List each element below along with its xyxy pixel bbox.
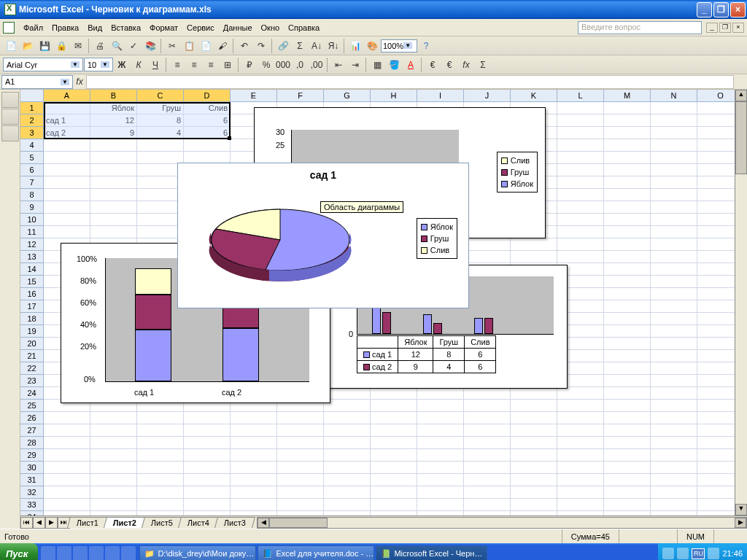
- row-header[interactable]: 6: [20, 164, 44, 176]
- cell[interactable]: сад 2: [44, 127, 90, 139]
- fx-button[interactable]: fx: [73, 77, 86, 87]
- cell[interactable]: [277, 462, 324, 474]
- cell[interactable]: [604, 300, 651, 313]
- redo-icon[interactable]: ↷: [253, 38, 269, 54]
- dec-indent-icon[interactable]: ⇤: [330, 57, 347, 73]
- align-right-icon[interactable]: ≡: [203, 57, 219, 73]
- cell[interactable]: Груш: [137, 102, 184, 114]
- cell[interactable]: [511, 424, 557, 437]
- select-all-corner[interactable]: [20, 90, 44, 101]
- cell[interactable]: [231, 462, 277, 474]
- cell[interactable]: [557, 226, 604, 238]
- cell[interactable]: [231, 474, 277, 486]
- tray-icon[interactable]: [677, 548, 689, 559]
- cell[interactable]: [511, 474, 557, 486]
- row-header[interactable]: 17: [20, 300, 44, 313]
- cell[interactable]: [604, 102, 651, 114]
- permission-icon[interactable]: 🔒: [53, 38, 69, 54]
- sort-desc-icon[interactable]: Я↓: [325, 38, 341, 54]
- cell[interactable]: [137, 412, 184, 424]
- cell[interactable]: [44, 189, 90, 201]
- cell[interactable]: [604, 214, 651, 226]
- col-header[interactable]: L: [557, 90, 604, 101]
- cell[interactable]: [604, 226, 651, 238]
- cell[interactable]: [651, 437, 697, 449]
- sheet-tab[interactable]: Лист2: [104, 517, 146, 528]
- cell[interactable]: [184, 139, 231, 152]
- cell[interactable]: [464, 387, 511, 400]
- cell[interactable]: [371, 424, 417, 437]
- cell[interactable]: [557, 114, 604, 127]
- minimize-button[interactable]: _: [697, 2, 712, 18]
- fill-color-icon[interactable]: 🪣: [386, 57, 402, 73]
- col-header[interactable]: F: [277, 90, 324, 101]
- cell[interactable]: [651, 102, 697, 114]
- cell[interactable]: [90, 462, 137, 474]
- scroll-right-icon[interactable]: ▶: [735, 518, 746, 528]
- cell[interactable]: [90, 474, 137, 486]
- sort-asc-icon[interactable]: A↓: [309, 38, 325, 54]
- cell[interactable]: [137, 462, 184, 474]
- cell[interactable]: [511, 400, 557, 412]
- percent-icon[interactable]: %: [258, 57, 274, 73]
- cell[interactable]: [417, 449, 464, 462]
- cell[interactable]: [44, 449, 90, 462]
- comma-icon[interactable]: 000: [275, 57, 291, 73]
- side-tool-2[interactable]: [1, 109, 19, 125]
- cell[interactable]: [651, 201, 697, 214]
- row-header[interactable]: 4: [20, 139, 44, 152]
- cell[interactable]: [324, 499, 371, 511]
- merge-icon[interactable]: ⊞: [220, 57, 236, 73]
- cell[interactable]: [137, 139, 184, 152]
- cell[interactable]: [231, 424, 277, 437]
- italic-icon[interactable]: К: [131, 57, 147, 73]
- cell[interactable]: [511, 387, 557, 400]
- cut-icon[interactable]: ✂: [164, 38, 180, 54]
- task-button[interactable]: 📁 D:\disk_drey\d\Мои доку…: [139, 545, 256, 561]
- cell[interactable]: [44, 176, 90, 189]
- cell[interactable]: [604, 127, 651, 139]
- cell[interactable]: [90, 176, 137, 189]
- doc-restore-button[interactable]: ❐: [719, 23, 731, 33]
- cell[interactable]: [511, 499, 557, 511]
- cell[interactable]: [557, 189, 604, 201]
- col-header[interactable]: M: [604, 90, 651, 101]
- cell[interactable]: [324, 437, 371, 449]
- side-tool-3[interactable]: [1, 125, 19, 141]
- cell[interactable]: [277, 437, 324, 449]
- cell[interactable]: [651, 313, 697, 325]
- cell[interactable]: [604, 462, 651, 474]
- cell[interactable]: 4: [137, 127, 184, 139]
- cell[interactable]: [604, 313, 651, 325]
- row-header[interactable]: 24: [20, 387, 44, 400]
- inc-indent-icon[interactable]: ⇥: [347, 57, 363, 73]
- col-header[interactable]: H: [371, 90, 417, 101]
- row-header[interactable]: 13: [20, 251, 44, 263]
- cell[interactable]: [90, 412, 137, 424]
- row-header[interactable]: 32: [20, 486, 44, 499]
- hscroll-thumb[interactable]: [269, 518, 328, 528]
- cell[interactable]: [604, 238, 651, 251]
- cell[interactable]: [651, 214, 697, 226]
- cell[interactable]: [44, 474, 90, 486]
- cell[interactable]: [277, 499, 324, 511]
- cell[interactable]: [604, 276, 651, 288]
- cell[interactable]: [417, 412, 464, 424]
- cell[interactable]: [604, 362, 651, 375]
- cell[interactable]: 6: [184, 114, 231, 127]
- row-header[interactable]: 28: [20, 437, 44, 449]
- ql-icon[interactable]: [57, 546, 71, 560]
- cell[interactable]: [137, 486, 184, 499]
- cell[interactable]: [604, 350, 651, 362]
- row-header[interactable]: 2: [20, 114, 44, 127]
- zoom-combo[interactable]: 100%▼: [381, 39, 417, 52]
- cell[interactable]: [557, 102, 604, 114]
- cell[interactable]: [44, 201, 90, 214]
- row-header[interactable]: 33: [20, 499, 44, 511]
- cell[interactable]: [184, 474, 231, 486]
- cell[interactable]: [651, 114, 697, 127]
- cell[interactable]: [44, 139, 90, 152]
- cell[interactable]: [604, 412, 651, 424]
- cell[interactable]: [511, 238, 557, 251]
- cell[interactable]: [651, 226, 697, 238]
